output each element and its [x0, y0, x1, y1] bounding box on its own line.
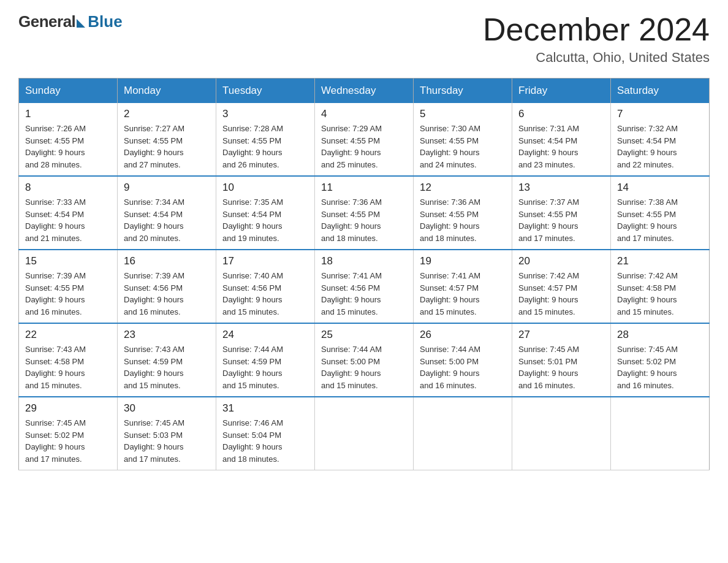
logo-blue-text: Blue: [88, 12, 122, 31]
day-number: 17: [222, 255, 308, 267]
day-info: Sunrise: 7:45 AM Sunset: 5:02 PM Dayligh…: [617, 343, 703, 391]
day-number: 7: [617, 108, 703, 120]
day-number: 15: [25, 255, 111, 267]
day-info: Sunrise: 7:41 AM Sunset: 4:57 PM Dayligh…: [420, 270, 506, 318]
calendar-cell: 8 Sunrise: 7:33 AM Sunset: 4:54 PM Dayli…: [19, 176, 118, 250]
day-info: Sunrise: 7:39 AM Sunset: 4:55 PM Dayligh…: [25, 270, 111, 318]
calendar-cell: 10 Sunrise: 7:35 AM Sunset: 4:54 PM Dayl…: [216, 176, 315, 250]
calendar-cell: 30 Sunrise: 7:45 AM Sunset: 5:03 PM Dayl…: [118, 397, 216, 470]
day-info: Sunrise: 7:42 AM Sunset: 4:58 PM Dayligh…: [617, 270, 703, 318]
calendar-cell: 9 Sunrise: 7:34 AM Sunset: 4:54 PM Dayli…: [118, 176, 216, 250]
day-number: 2: [124, 108, 210, 120]
logo-general-text: General: [18, 12, 75, 31]
calendar-cell: [315, 397, 414, 470]
day-info: Sunrise: 7:39 AM Sunset: 4:56 PM Dayligh…: [124, 270, 210, 318]
calendar-cell: 16 Sunrise: 7:39 AM Sunset: 4:56 PM Dayl…: [118, 250, 216, 323]
calendar-week-3: 15 Sunrise: 7:39 AM Sunset: 4:55 PM Dayl…: [19, 250, 710, 323]
day-info: Sunrise: 7:28 AM Sunset: 4:55 PM Dayligh…: [222, 123, 308, 170]
day-info: Sunrise: 7:41 AM Sunset: 4:56 PM Dayligh…: [321, 270, 407, 318]
logo-arrow-icon: [77, 19, 85, 28]
weekday-header-wednesday: Wednesday: [315, 79, 414, 104]
day-info: Sunrise: 7:33 AM Sunset: 4:54 PM Dayligh…: [25, 196, 111, 244]
title-section: December 2024 Calcutta, Ohio, United Sta…: [483, 12, 710, 66]
day-info: Sunrise: 7:44 AM Sunset: 4:59 PM Dayligh…: [222, 343, 308, 391]
day-number: 25: [321, 329, 407, 341]
day-number: 13: [518, 182, 604, 194]
day-number: 11: [321, 182, 407, 194]
weekday-header-tuesday: Tuesday: [216, 79, 315, 104]
day-number: 31: [222, 402, 308, 415]
day-info: Sunrise: 7:42 AM Sunset: 4:57 PM Dayligh…: [518, 270, 604, 318]
day-info: Sunrise: 7:43 AM Sunset: 4:58 PM Dayligh…: [25, 343, 111, 391]
day-number: 12: [420, 182, 506, 194]
calendar-cell: 20 Sunrise: 7:42 AM Sunset: 4:57 PM Dayl…: [512, 250, 611, 323]
calendar-week-1: 1 Sunrise: 7:26 AM Sunset: 4:55 PM Dayli…: [19, 103, 710, 176]
day-info: Sunrise: 7:45 AM Sunset: 5:02 PM Dayligh…: [25, 417, 111, 465]
weekday-header-thursday: Thursday: [414, 79, 512, 104]
day-number: 24: [222, 329, 308, 341]
day-info: Sunrise: 7:38 AM Sunset: 4:55 PM Dayligh…: [617, 196, 703, 244]
day-number: 27: [518, 329, 604, 341]
calendar-cell: 1 Sunrise: 7:26 AM Sunset: 4:55 PM Dayli…: [19, 103, 118, 176]
day-number: 4: [321, 108, 407, 120]
day-info: Sunrise: 7:44 AM Sunset: 5:00 PM Dayligh…: [420, 343, 506, 391]
calendar-cell: 29 Sunrise: 7:45 AM Sunset: 5:02 PM Dayl…: [19, 397, 118, 470]
calendar-cell: 13 Sunrise: 7:37 AM Sunset: 4:55 PM Dayl…: [512, 176, 611, 250]
weekday-header-friday: Friday: [512, 79, 611, 104]
day-info: Sunrise: 7:36 AM Sunset: 4:55 PM Dayligh…: [321, 196, 407, 244]
calendar-cell: 19 Sunrise: 7:41 AM Sunset: 4:57 PM Dayl…: [414, 250, 512, 323]
day-number: 10: [222, 182, 308, 194]
calendar-cell: 3 Sunrise: 7:28 AM Sunset: 4:55 PM Dayli…: [216, 103, 315, 176]
day-number: 3: [222, 108, 308, 120]
weekday-header-row: SundayMondayTuesdayWednesdayThursdayFrid…: [19, 79, 710, 104]
calendar-cell: 23 Sunrise: 7:43 AM Sunset: 4:59 PM Dayl…: [118, 323, 216, 397]
day-info: Sunrise: 7:31 AM Sunset: 4:54 PM Dayligh…: [518, 123, 604, 170]
calendar-cell: 18 Sunrise: 7:41 AM Sunset: 4:56 PM Dayl…: [315, 250, 414, 323]
day-number: 18: [321, 255, 407, 267]
calendar-cell: 17 Sunrise: 7:40 AM Sunset: 4:56 PM Dayl…: [216, 250, 315, 323]
day-number: 21: [617, 255, 703, 267]
day-number: 26: [420, 329, 506, 341]
calendar-table: SundayMondayTuesdayWednesdayThursdayFrid…: [18, 78, 710, 470]
day-number: 23: [124, 329, 210, 341]
day-info: Sunrise: 7:32 AM Sunset: 4:54 PM Dayligh…: [617, 123, 703, 170]
logo: General Blue: [18, 12, 123, 31]
day-info: Sunrise: 7:29 AM Sunset: 4:55 PM Dayligh…: [321, 123, 407, 170]
day-info: Sunrise: 7:35 AM Sunset: 4:54 PM Dayligh…: [222, 196, 308, 244]
calendar-cell: [611, 397, 710, 470]
day-number: 16: [124, 255, 210, 267]
calendar-cell: 14 Sunrise: 7:38 AM Sunset: 4:55 PM Dayl…: [611, 176, 710, 250]
calendar-cell: 15 Sunrise: 7:39 AM Sunset: 4:55 PM Dayl…: [19, 250, 118, 323]
day-info: Sunrise: 7:40 AM Sunset: 4:56 PM Dayligh…: [222, 270, 308, 318]
calendar-cell: 21 Sunrise: 7:42 AM Sunset: 4:58 PM Dayl…: [611, 250, 710, 323]
day-info: Sunrise: 7:26 AM Sunset: 4:55 PM Dayligh…: [25, 123, 111, 170]
day-number: 30: [124, 402, 210, 415]
day-info: Sunrise: 7:44 AM Sunset: 5:00 PM Dayligh…: [321, 343, 407, 391]
day-number: 28: [617, 329, 703, 341]
day-number: 1: [25, 108, 111, 120]
weekday-header-saturday: Saturday: [611, 79, 710, 104]
calendar-cell: 4 Sunrise: 7:29 AM Sunset: 4:55 PM Dayli…: [315, 103, 414, 176]
day-info: Sunrise: 7:45 AM Sunset: 5:03 PM Dayligh…: [124, 417, 210, 465]
calendar-cell: 22 Sunrise: 7:43 AM Sunset: 4:58 PM Dayl…: [19, 323, 118, 397]
month-title: December 2024: [483, 12, 710, 47]
day-number: 22: [25, 329, 111, 341]
calendar-cell: 25 Sunrise: 7:44 AM Sunset: 5:00 PM Dayl…: [315, 323, 414, 397]
day-info: Sunrise: 7:36 AM Sunset: 4:55 PM Dayligh…: [420, 196, 506, 244]
day-number: 19: [420, 255, 506, 267]
day-info: Sunrise: 7:37 AM Sunset: 4:55 PM Dayligh…: [518, 196, 604, 244]
day-number: 8: [25, 182, 111, 194]
calendar-cell: [512, 397, 611, 470]
day-number: 29: [25, 402, 111, 415]
day-number: 9: [124, 182, 210, 194]
calendar-cell: 24 Sunrise: 7:44 AM Sunset: 4:59 PM Dayl…: [216, 323, 315, 397]
page-header: General Blue December 2024 Calcutta, Ohi…: [18, 12, 710, 66]
day-info: Sunrise: 7:27 AM Sunset: 4:55 PM Dayligh…: [124, 123, 210, 170]
calendar-cell: 12 Sunrise: 7:36 AM Sunset: 4:55 PM Dayl…: [414, 176, 512, 250]
weekday-header-monday: Monday: [118, 79, 216, 104]
calendar-week-5: 29 Sunrise: 7:45 AM Sunset: 5:02 PM Dayl…: [19, 397, 710, 470]
day-info: Sunrise: 7:34 AM Sunset: 4:54 PM Dayligh…: [124, 196, 210, 244]
day-number: 14: [617, 182, 703, 194]
calendar-cell: 5 Sunrise: 7:30 AM Sunset: 4:55 PM Dayli…: [414, 103, 512, 176]
calendar-cell: 11 Sunrise: 7:36 AM Sunset: 4:55 PM Dayl…: [315, 176, 414, 250]
